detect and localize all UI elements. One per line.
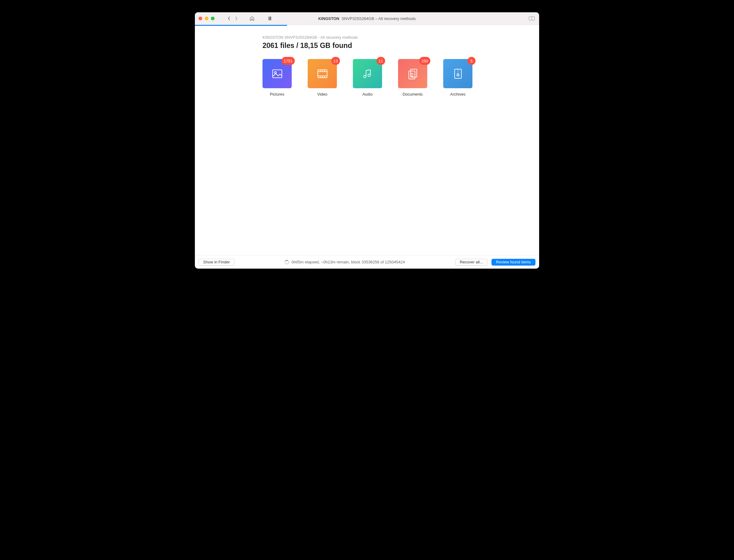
category-video[interactable]: 13Video: [308, 59, 337, 97]
minimize-window-button[interactable]: [205, 17, 208, 20]
documents-count-badge: 250: [419, 57, 430, 65]
archives-label: Archives: [450, 92, 466, 97]
pictures-label: Pictures: [270, 92, 284, 97]
recover-all-button[interactable]: Recover all...: [455, 259, 488, 266]
scan-status-text: 0h05m elapsed, ~0h13m remain, block 3353…: [291, 260, 405, 264]
archives-icon: [452, 67, 464, 80]
review-found-items-button[interactable]: Review found items: [491, 259, 535, 266]
svg-rect-4: [273, 70, 282, 78]
home-icon: [249, 16, 255, 21]
pictures-icon: [271, 67, 284, 80]
panel-icon: [529, 16, 535, 21]
pictures-tile: 1751: [262, 59, 292, 88]
category-documents[interactable]: 250Documents: [398, 59, 427, 97]
scan-progress-bar: [195, 25, 539, 26]
pause-button[interactable]: [267, 15, 273, 22]
window-title: KINGSTON SNVP325S264GB – All recovery me…: [195, 16, 539, 21]
pause-icon: [268, 16, 271, 21]
chevron-right-icon: [235, 16, 238, 21]
video-count-badge: 13: [331, 57, 340, 65]
category-pictures[interactable]: 1751Pictures: [262, 59, 292, 97]
window-title-rest: SNVP325S264GB – All recovery methods: [341, 16, 416, 21]
archives-tile: 5: [443, 59, 472, 88]
video-label: Video: [317, 92, 327, 97]
chevron-left-icon: [227, 16, 231, 21]
audio-icon: [361, 67, 374, 80]
scan-status: 0h05m elapsed, ~0h13m remain, block 3353…: [285, 260, 405, 264]
documents-label: Documents: [403, 92, 423, 97]
svg-point-5: [274, 72, 276, 73]
close-window-button[interactable]: [199, 17, 202, 20]
audio-count-badge: 11: [377, 57, 385, 65]
window-controls: [199, 17, 215, 20]
svg-rect-24: [457, 74, 459, 76]
back-button[interactable]: [226, 15, 232, 22]
nav-arrows: [226, 15, 240, 22]
breadcrumb: KINGSTON SNVP325S264GB - All recovery me…: [262, 35, 539, 40]
svg-rect-1: [270, 17, 271, 20]
results-headline: 2061 files / 18,15 GB found: [262, 41, 539, 50]
spinner-icon: [285, 260, 289, 264]
audio-tile: 11: [353, 59, 382, 88]
titlebar: KINGSTON SNVP325S264GB – All recovery me…: [195, 12, 539, 25]
window-title-bold: KINGSTON: [318, 16, 339, 21]
svg-point-15: [364, 75, 366, 78]
show-in-finder-button[interactable]: Show in Finder: [199, 259, 235, 266]
panel-toggle-button[interactable]: [528, 15, 535, 22]
svg-rect-0: [269, 17, 270, 20]
audio-label: Audio: [362, 92, 373, 97]
content-area: KINGSTON SNVP325S264GB - All recovery me…: [195, 26, 539, 255]
home-button[interactable]: [248, 15, 256, 22]
app-window: KINGSTON SNVP325S264GB – All recovery me…: [195, 12, 539, 269]
category-archives[interactable]: 5Archives: [443, 59, 472, 97]
pictures-count-badge: 1751: [282, 57, 295, 65]
category-audio[interactable]: 11Audio: [353, 59, 382, 97]
video-icon: [316, 67, 329, 80]
footer-bar: Show in Finder 0h05m elapsed, ~0h13m rem…: [195, 255, 539, 269]
zoom-window-button[interactable]: [211, 17, 215, 20]
scan-progress-fill: [195, 25, 287, 26]
video-tile: 13: [308, 59, 337, 88]
svg-point-16: [368, 74, 370, 77]
documents-tile: 250: [398, 59, 427, 88]
archives-count-badge: 5: [468, 57, 476, 65]
category-grid: 1751Pictures13Video11Audio250Documents5A…: [262, 59, 539, 97]
documents-icon: [406, 67, 419, 80]
forward-button[interactable]: [233, 15, 240, 22]
